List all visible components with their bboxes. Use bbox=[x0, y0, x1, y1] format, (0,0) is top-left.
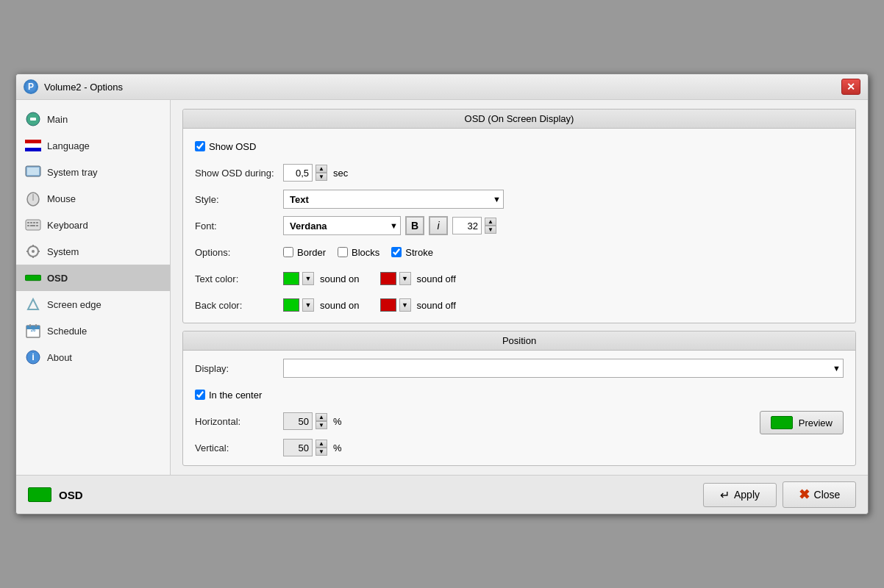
osd-group-box: OSD (On Screen Display) Show OSD Show OS… bbox=[182, 109, 856, 323]
svg-rect-12 bbox=[33, 222, 35, 223]
svg-rect-1 bbox=[30, 118, 36, 121]
show-osd-during-input[interactable] bbox=[283, 164, 313, 182]
font-italic-button[interactable]: i bbox=[429, 216, 448, 235]
bottom-osd-label: OSD bbox=[59, 489, 83, 501]
vertical-controls: ▲ ▼ % bbox=[283, 439, 745, 456]
show-osd-checkbox[interactable] bbox=[195, 141, 205, 151]
sidebar-item-language[interactable]: Language bbox=[16, 132, 170, 159]
style-controls: Text Bar Mixed ▼ bbox=[283, 190, 844, 209]
vertical-increment[interactable]: ▲ bbox=[316, 440, 327, 448]
vertical-decrement[interactable]: ▼ bbox=[316, 448, 327, 456]
font-controls: Verdana Arial Tahoma ▼ B i bbox=[283, 216, 844, 235]
stroke-checkbox[interactable] bbox=[391, 247, 402, 257]
svg-rect-4 bbox=[25, 148, 41, 151]
window-close-button[interactable]: ✕ bbox=[841, 79, 860, 95]
sidebar-item-schedule[interactable]: 26 Schedule bbox=[16, 318, 170, 344]
vertical-spinner-buttons: ▲ ▼ bbox=[316, 440, 327, 456]
text-color-row: Text color: ▼ sound on ▼ sound off bbox=[195, 268, 844, 289]
sidebar-item-screen-edge[interactable]: Screen edge bbox=[16, 291, 170, 318]
back-color-off-swatch[interactable] bbox=[380, 298, 396, 312]
sidebar-item-system-tray[interactable]: System tray bbox=[16, 159, 170, 185]
show-osd-row: Show OSD bbox=[195, 136, 844, 157]
show-osd-label: Show OSD bbox=[209, 141, 256, 152]
display-label: Display: bbox=[195, 363, 276, 374]
apply-icon: ↵ bbox=[720, 488, 730, 502]
horizontal-decrement[interactable]: ▼ bbox=[316, 421, 327, 429]
back-color-off-group: ▼ sound off bbox=[380, 298, 456, 312]
main-panel: OSD (On Screen Display) Show OSD Show OS… bbox=[171, 100, 868, 475]
show-osd-during-spinner: ▲ ▼ bbox=[283, 164, 327, 182]
sidebar-item-main[interactable]: Main bbox=[16, 106, 170, 132]
app-icon: P bbox=[24, 79, 38, 94]
bottom-right: ↵ Apply ✖ Close bbox=[703, 481, 856, 508]
sidebar-item-system[interactable]: System bbox=[16, 238, 170, 265]
horizontal-increment[interactable]: ▲ bbox=[316, 413, 327, 421]
schedule-icon: 26 bbox=[25, 323, 41, 339]
font-bold-button[interactable]: B bbox=[405, 216, 424, 235]
text-color-on-dropdown[interactable]: ▼ bbox=[302, 272, 314, 285]
style-row: Style: Text Bar Mixed ▼ bbox=[195, 189, 844, 209]
options-controls: Border Blocks Stroke bbox=[283, 247, 844, 258]
sidebar-item-about[interactable]: i About bbox=[16, 344, 170, 370]
svg-rect-23 bbox=[25, 275, 41, 280]
options-label: Options: bbox=[195, 247, 276, 258]
display-select[interactable] bbox=[283, 359, 844, 378]
horizontal-input[interactable] bbox=[283, 412, 313, 430]
font-size-spinner: ▲ ▼ bbox=[452, 217, 496, 234]
osd-group-content: Show OSD Show OSD during: ▲ ▼ bbox=[183, 129, 855, 323]
back-color-on-swatch[interactable] bbox=[283, 298, 299, 312]
svg-text:26: 26 bbox=[31, 328, 36, 332]
blocks-label: Blocks bbox=[352, 247, 379, 258]
show-osd-during-unit: sec bbox=[333, 168, 348, 179]
back-color-row: Back color: ▼ sound on ▼ sound off bbox=[195, 295, 844, 315]
font-size-increment[interactable]: ▲ bbox=[485, 218, 496, 226]
text-color-off-swatch[interactable] bbox=[380, 272, 396, 285]
text-color-off-group: ▼ sound off bbox=[380, 272, 456, 285]
sidebar-label-screen-edge: Screen edge bbox=[47, 299, 101, 310]
system-icon bbox=[25, 243, 41, 259]
style-select[interactable]: Text Bar Mixed bbox=[283, 190, 504, 209]
font-row: Font: Verdana Arial Tahoma ▼ B bbox=[195, 215, 844, 236]
preview-button-wrap: Preview bbox=[760, 411, 844, 437]
in-center-row: In the center bbox=[195, 384, 844, 405]
svg-rect-10 bbox=[27, 222, 29, 223]
sidebar-label-system: System bbox=[47, 246, 79, 257]
close-button[interactable]: ✖ Close bbox=[783, 481, 856, 508]
in-center-checkbox[interactable] bbox=[195, 390, 205, 400]
close-label: Close bbox=[814, 489, 841, 501]
font-size-decrement[interactable]: ▼ bbox=[485, 226, 496, 234]
text-color-off-dropdown[interactable]: ▼ bbox=[399, 272, 411, 285]
preview-button[interactable]: Preview bbox=[760, 411, 844, 434]
text-color-off-label: sound off bbox=[417, 273, 456, 284]
font-select[interactable]: Verdana Arial Tahoma bbox=[283, 216, 401, 235]
blocks-checkbox[interactable] bbox=[338, 247, 348, 257]
sidebar-label-main: Main bbox=[47, 114, 68, 125]
vertical-row: Vertical: ▲ ▼ % bbox=[195, 437, 745, 458]
sidebar-item-mouse[interactable]: Mouse bbox=[16, 185, 170, 212]
show-osd-during-increment[interactable]: ▲ bbox=[316, 165, 327, 173]
show-osd-during-decrement[interactable]: ▼ bbox=[316, 173, 327, 181]
apply-button[interactable]: ↵ Apply bbox=[703, 483, 777, 507]
sidebar-item-keyboard[interactable]: Keyboard bbox=[16, 212, 170, 238]
back-color-label: Back color: bbox=[195, 300, 276, 311]
sidebar-label-language: Language bbox=[47, 140, 90, 151]
show-osd-during-label: Show OSD during: bbox=[195, 168, 276, 179]
border-label: Border bbox=[297, 247, 326, 258]
main-window: P Volume2 - Options ✕ Main Language bbox=[15, 74, 869, 514]
content-area: Main Language System tray Mouse bbox=[16, 100, 868, 475]
close-x-icon: ✖ bbox=[799, 487, 810, 503]
font-select-wrap: Verdana Arial Tahoma ▼ bbox=[283, 216, 401, 235]
position-controls-row: Horizontal: ▲ ▼ % bbox=[195, 411, 844, 458]
vertical-input[interactable] bbox=[283, 439, 313, 456]
position-group-box: Position Display: ▼ bbox=[182, 331, 856, 466]
text-color-controls: ▼ sound on ▼ sound off bbox=[283, 272, 844, 285]
border-checkbox[interactable] bbox=[283, 247, 293, 257]
svg-rect-15 bbox=[30, 225, 35, 226]
sidebar: Main Language System tray Mouse bbox=[16, 100, 171, 475]
text-color-on-swatch[interactable] bbox=[283, 272, 299, 285]
back-color-on-dropdown[interactable]: ▼ bbox=[302, 298, 314, 312]
font-size-input[interactable] bbox=[452, 217, 482, 234]
back-color-off-dropdown[interactable]: ▼ bbox=[399, 298, 411, 312]
sidebar-item-osd[interactable]: OSD bbox=[16, 265, 170, 291]
svg-rect-16 bbox=[36, 225, 38, 226]
